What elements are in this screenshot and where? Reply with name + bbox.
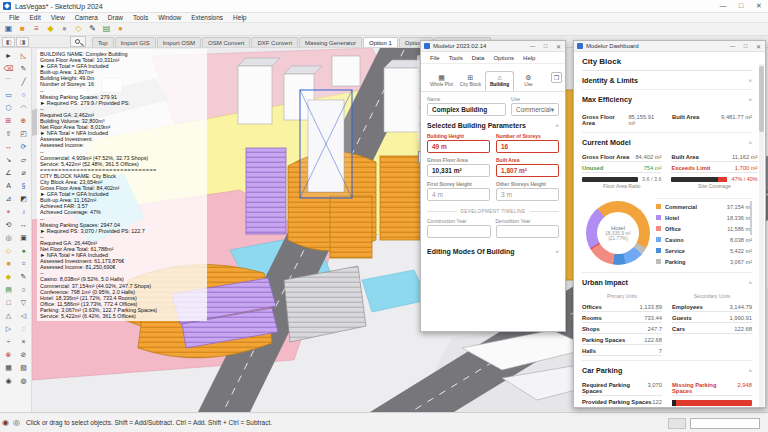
- toolbar-icon[interactable]: ≡: [31, 24, 42, 34]
- dialog-tab[interactable]: ⌂ Building: [485, 71, 514, 91]
- dashboard-titlebar[interactable]: Modelur Dashboard — □ ✕: [574, 41, 765, 52]
- scene-tab[interactable]: Import OSM: [157, 37, 201, 47]
- tool-icon[interactable]: ╱: [17, 76, 30, 88]
- tool-icon[interactable]: ↔: [17, 219, 30, 231]
- section-identity-limits[interactable]: Identity & Limits ˅: [582, 71, 752, 90]
- donut-chart[interactable]: Hotel 18,335.9 m² (21.77%): [586, 201, 650, 265]
- collapse-icon[interactable]: ˄: [555, 123, 559, 129]
- tool-icon[interactable]: ♁: [17, 206, 30, 218]
- tool-icon[interactable]: △: [2, 310, 15, 322]
- dashboard-maximize-button[interactable]: □: [739, 43, 752, 50]
- tool-icon[interactable]: ∠: [2, 167, 15, 179]
- section-current-model[interactable]: Current Model ˄: [582, 133, 752, 151]
- tool-icon[interactable]: ✎: [17, 271, 30, 283]
- dialog-menu-item[interactable]: File: [430, 55, 440, 61]
- dialog-close-button[interactable]: ✕: [552, 43, 565, 50]
- dialog-menu-item[interactable]: Help: [523, 55, 535, 61]
- tool-icon[interactable]: ◌: [17, 323, 30, 335]
- tool-icon[interactable]: ■: [2, 258, 15, 270]
- tool-icon[interactable]: ◁: [17, 310, 30, 322]
- minimize-button[interactable]: —: [714, 2, 732, 10]
- section-car-parking[interactable]: Car Parking ˄: [582, 361, 752, 379]
- tool-icon[interactable]: ↘: [2, 154, 15, 166]
- dialog-tab[interactable]: ⊞ City Block: [456, 71, 485, 91]
- scene-tab[interactable]: Massing Generator: [299, 37, 362, 47]
- dashboard-scrollbar[interactable]: [759, 64, 764, 407]
- tool-icon[interactable]: ⬡: [2, 102, 15, 114]
- tool-icon[interactable]: ○: [17, 89, 30, 101]
- toolbar-icon[interactable]: ▤: [101, 24, 112, 34]
- tool-icon[interactable]: ⊿: [2, 193, 15, 205]
- tool-icon[interactable]: ↔: [2, 141, 15, 153]
- toolbar-icon[interactable]: ▣: [3, 24, 14, 34]
- dialog-menu-item[interactable]: Tools: [449, 55, 463, 61]
- demolition-year-input[interactable]: [496, 225, 560, 238]
- tool-icon[interactable]: ⊞: [2, 115, 15, 127]
- tool-icon[interactable]: ÷: [2, 336, 15, 348]
- menu-item[interactable]: Tools: [128, 14, 153, 21]
- modelur-dialog-titlebar[interactable]: Modelur 2023.02.14 — □ ✕: [421, 41, 565, 52]
- menu-item[interactable]: Edit: [24, 14, 45, 21]
- tool-icon[interactable]: ×: [17, 336, 30, 348]
- parameter-input[interactable]: 16: [496, 140, 559, 153]
- menu-item[interactable]: File: [4, 14, 24, 21]
- tool-icon[interactable]: ▧: [17, 362, 30, 374]
- parameter-input[interactable]: 10,331 m²: [427, 164, 490, 177]
- tool-icon[interactable]: ◩: [17, 193, 30, 205]
- tool-icon[interactable]: ◺: [17, 50, 30, 62]
- dialog-minimize-button[interactable]: —: [526, 43, 539, 50]
- dialog-menu-item[interactable]: Options: [493, 55, 514, 61]
- parameter-input[interactable]: 49 m: [427, 140, 490, 153]
- maximize-button[interactable]: □: [732, 2, 750, 10]
- tool-icon[interactable]: ⌫: [2, 63, 15, 75]
- toolbar-icon[interactable]: ■: [17, 24, 28, 34]
- doc-tab-icon[interactable]: ◧: [2, 37, 15, 47]
- tool-icon[interactable]: ⌒: [2, 76, 15, 88]
- tool-icon[interactable]: ◎: [2, 232, 15, 244]
- tool-icon[interactable]: ≡: [17, 258, 30, 270]
- tool-icon[interactable]: ◍: [17, 375, 30, 387]
- credits-icon[interactable]: ◎: [11, 418, 22, 427]
- tool-icon[interactable]: ⇧: [2, 128, 15, 140]
- tool-icon[interactable]: ⊘: [17, 349, 30, 361]
- tool-icon[interactable]: ▭: [2, 89, 15, 101]
- scene-tab[interactable]: Top: [92, 37, 114, 47]
- tool-icon[interactable]: ▣: [17, 232, 30, 244]
- tool-icon[interactable]: §: [17, 180, 30, 192]
- toolbar-icon[interactable]: ◆: [45, 24, 56, 34]
- tool-icon[interactable]: ▦: [2, 362, 15, 374]
- menu-item[interactable]: Window: [153, 14, 186, 21]
- tool-icon[interactable]: ⟳: [17, 141, 30, 153]
- legend-scrollbar[interactable]: [750, 201, 752, 235]
- panel-expand-icon[interactable]: ❐: [551, 72, 562, 83]
- tool-icon[interactable]: ►: [2, 50, 15, 62]
- construction-year-input[interactable]: [427, 225, 491, 238]
- tool-icon[interactable]: ⊗: [2, 349, 15, 361]
- tool-icon[interactable]: ⌖: [2, 206, 15, 218]
- tool-icon[interactable]: ◉: [2, 375, 15, 387]
- geolocation-icon[interactable]: ◉: [0, 418, 11, 427]
- scene-tab[interactable]: OSM Convert: [202, 37, 250, 47]
- toolbar-icon[interactable]: ●: [59, 24, 70, 34]
- dialog-tab[interactable]: ⚙ Use: [514, 71, 543, 91]
- dialog-maximize-button[interactable]: □: [539, 43, 552, 50]
- tool-icon[interactable]: ▽: [17, 297, 30, 309]
- tool-icon[interactable]: ▱: [17, 154, 30, 166]
- section-max-efficiency[interactable]: Max Efficiency ˄: [582, 90, 752, 108]
- tool-icon[interactable]: ◆: [2, 271, 15, 283]
- tool-icon[interactable]: ●: [17, 245, 30, 257]
- chevron-down-icon[interactable]: ˅: [555, 249, 559, 255]
- section-urban-impact[interactable]: Urban Impact ˄: [582, 272, 752, 291]
- tool-icon[interactable]: ⌀: [17, 167, 30, 179]
- dashboard-minimize-button[interactable]: —: [726, 43, 739, 50]
- tool-icon[interactable]: ▤: [2, 284, 15, 296]
- menu-item[interactable]: Camera: [70, 14, 103, 21]
- donut-legend[interactable]: Commercial 37,154 m² Hotel 18,336 m² Off…: [656, 198, 752, 270]
- toolbar-icon[interactable]: ◇: [73, 24, 84, 34]
- toolbar-icon[interactable]: ●: [115, 24, 126, 34]
- menu-item[interactable]: Help: [228, 14, 251, 21]
- tool-icon[interactable]: ▷: [2, 323, 15, 335]
- menu-item[interactable]: Extensions: [186, 14, 228, 21]
- tool-icon[interactable]: □: [2, 297, 15, 309]
- building-name-input[interactable]: Complex Building: [427, 103, 506, 116]
